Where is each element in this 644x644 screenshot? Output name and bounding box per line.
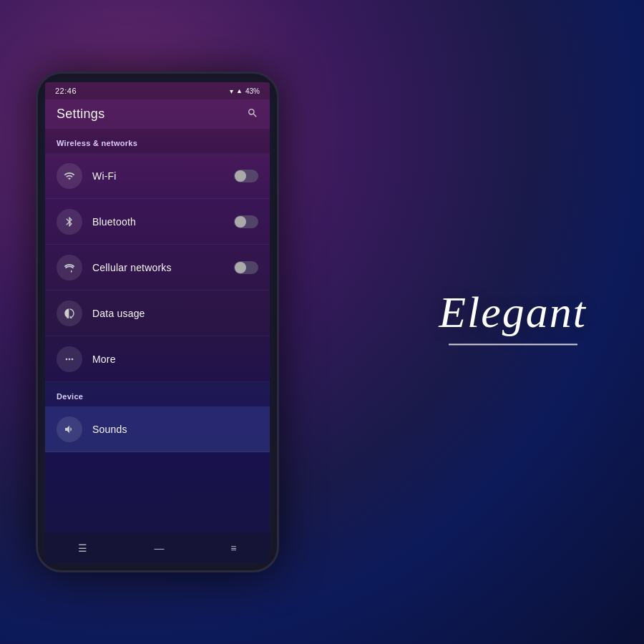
- bluetooth-icon: [64, 216, 75, 228]
- data-usage-item[interactable]: Data usage: [45, 291, 270, 336]
- cellular-toggle[interactable]: [234, 261, 258, 274]
- bluetooth-label: Bluetooth: [92, 216, 234, 228]
- sounds-icon: [64, 424, 75, 435]
- wifi-icon: [64, 170, 75, 182]
- wifi-toggle[interactable]: [234, 170, 258, 182]
- nav-back-button[interactable]: ≡: [223, 540, 243, 557]
- battery-status: 43%: [245, 87, 260, 95]
- sounds-label: Sounds: [92, 424, 258, 435]
- more-icon: [64, 353, 75, 365]
- tagline-word: Elegant: [439, 287, 587, 338]
- more-label: More: [92, 353, 258, 365]
- bluetooth-icon-wrap: [57, 209, 82, 235]
- scene: 22:46 ▾ ▲ 43% Settings: [0, 0, 644, 644]
- cellular-label: Cellular networks: [92, 262, 234, 273]
- wifi-status-icon: ▾: [230, 87, 233, 95]
- wifi-item[interactable]: Wi-Fi: [45, 153, 270, 199]
- device-section-header: Device: [45, 382, 270, 406]
- nav-menu-button[interactable]: ☰: [71, 540, 94, 557]
- search-button[interactable]: [247, 107, 258, 122]
- phone-screen: 22:46 ▾ ▲ 43% Settings: [45, 82, 270, 563]
- settings-list: Wireless & networks Wi-Fi: [45, 129, 270, 533]
- cellular-icon: [64, 262, 75, 273]
- wifi-icon-wrap: [57, 163, 82, 189]
- cellular-item[interactable]: Cellular networks: [45, 245, 270, 291]
- sounds-item[interactable]: Sounds: [45, 406, 270, 452]
- data-usage-icon: [64, 308, 75, 319]
- bluetooth-item[interactable]: Bluetooth: [45, 199, 270, 245]
- sounds-icon-wrap: [57, 416, 82, 442]
- wireless-section-title: Wireless & networks: [57, 139, 137, 147]
- status-bar: 22:46 ▾ ▲ 43%: [45, 82, 270, 99]
- nav-bar: ☰ — ≡: [45, 533, 270, 563]
- app-bar: Settings: [45, 99, 270, 129]
- cellular-icon-wrap: [57, 255, 82, 280]
- phone-device: 22:46 ▾ ▲ 43% Settings: [36, 72, 279, 572]
- wireless-section-header: Wireless & networks: [45, 129, 270, 153]
- tagline-underline: [449, 343, 577, 345]
- data-usage-label: Data usage: [92, 308, 258, 319]
- search-icon: [247, 107, 258, 119]
- nav-home-button[interactable]: —: [147, 540, 171, 557]
- data-usage-icon-wrap: [57, 301, 82, 326]
- tagline-container: Elegant: [439, 287, 587, 345]
- status-time: 22:46: [55, 87, 77, 95]
- more-icon-wrap: [57, 346, 82, 372]
- wifi-label: Wi-Fi: [92, 170, 234, 182]
- bluetooth-toggle[interactable]: [234, 215, 258, 228]
- app-title: Settings: [57, 107, 104, 122]
- status-icons: ▾ ▲ 43%: [230, 87, 260, 95]
- device-section-title: Device: [57, 392, 83, 401]
- more-item[interactable]: More: [45, 336, 270, 382]
- signal-status-icon: ▲: [236, 87, 243, 94]
